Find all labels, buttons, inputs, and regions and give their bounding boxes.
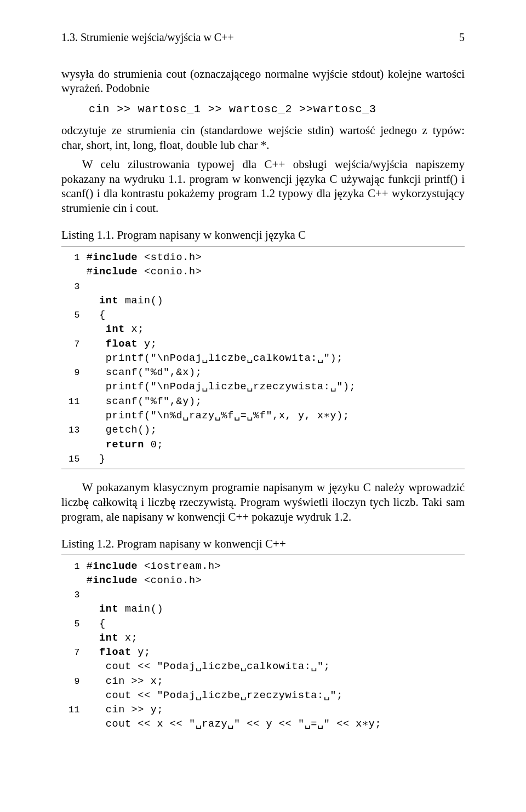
code-line: 0 cout << "Podaj␣liczbe␣rzeczywista:␣"; bbox=[61, 689, 465, 703]
listing-2-caption: Listing 1.2. Program napisany w konwencj… bbox=[61, 537, 465, 551]
keyword: return bbox=[106, 439, 144, 451]
line-number: 1 bbox=[61, 251, 80, 264]
code-line: 1 #include <stdio.h> bbox=[61, 251, 465, 265]
code-line: 7 float y; bbox=[61, 337, 465, 352]
line-number: 9 bbox=[61, 675, 80, 688]
code-line: 0 cout << x << "␣razy␣" << y << "␣=␣" <<… bbox=[61, 717, 465, 732]
code-line: 0 cout << "Podaj␣liczbe␣calkowita:␣"; bbox=[61, 660, 465, 674]
code-line: 5 { bbox=[61, 308, 465, 323]
keyword: include bbox=[93, 575, 138, 586]
keyword: int bbox=[99, 295, 118, 307]
line-number: 5 bbox=[61, 309, 80, 321]
code-line: 5 { bbox=[61, 617, 465, 631]
code-line: 11 cin >> y; bbox=[61, 703, 465, 717]
line-number: 7 bbox=[61, 338, 80, 350]
listing-1-code: 1 #include <stdio.h>0 #include <conio.h>… bbox=[61, 251, 465, 467]
code-line: 0 printf("\nPodaj␣liczbe␣rzeczywista:␣")… bbox=[61, 380, 465, 394]
code-line: 0 return 0; bbox=[61, 438, 465, 452]
line-number: 5 bbox=[61, 618, 80, 630]
line-number: 7 bbox=[61, 646, 80, 659]
line-number: 11 bbox=[61, 704, 80, 716]
paragraph-2: odczytuje ze strumienia cin (standardowe… bbox=[61, 123, 465, 153]
paragraph-4: W pokazanym klasycznym programie napisan… bbox=[61, 480, 465, 525]
listing-1-rule-bottom bbox=[61, 469, 465, 469]
keyword: include bbox=[93, 266, 138, 278]
listing-2-rule-top bbox=[61, 555, 465, 555]
code-line: 0 #include <conio.h> bbox=[61, 574, 465, 588]
code-line: 0 int main() bbox=[61, 294, 465, 308]
line-number: 11 bbox=[61, 395, 80, 408]
line-number: 15 bbox=[61, 453, 80, 465]
paragraph-3: W celu zilustrowania typowej dla C++ obs… bbox=[61, 157, 465, 216]
keyword: include bbox=[93, 252, 138, 263]
code-line: 9 cin >> x; bbox=[61, 675, 465, 689]
keyword: int bbox=[99, 603, 118, 615]
code-line: 0 int x; bbox=[61, 323, 465, 337]
listing-1-caption: Listing 1.1. Program napisany w konwencj… bbox=[61, 228, 465, 243]
paragraph-1: wysyła do strumienia cout (oznaczającego… bbox=[61, 67, 465, 96]
code-line: 9 scanf("%d",&x); bbox=[61, 366, 465, 380]
line-number: 3 bbox=[61, 280, 80, 293]
code-line: 0 #include <conio.h> bbox=[61, 265, 465, 279]
listing-1-rule-top bbox=[61, 246, 465, 246]
keyword: include bbox=[93, 561, 138, 572]
code-line: 7 float y; bbox=[61, 646, 465, 660]
listing-2-code: 1 #include <iostream.h>0 #include <conio… bbox=[61, 560, 465, 732]
line-number: 13 bbox=[61, 424, 80, 436]
line-number: 1 bbox=[61, 560, 80, 573]
line-number: 9 bbox=[61, 366, 80, 379]
code-line: 0 int x; bbox=[61, 631, 465, 646]
keyword: float bbox=[106, 338, 138, 350]
code-line: 0 int main() bbox=[61, 602, 465, 617]
line-number: 3 bbox=[61, 589, 80, 601]
code-line: 0 printf("\nPodaj␣liczbe␣calkowita:␣"); bbox=[61, 352, 465, 366]
code-line: 11 scanf("%f",&y); bbox=[61, 395, 465, 409]
header-section: 1.3. Strumienie wejścia/wyjścia w C++ bbox=[61, 31, 234, 45]
code-line: 3 bbox=[61, 280, 465, 294]
code-line: 13 getch(); bbox=[61, 423, 465, 437]
code-line: 3 bbox=[61, 588, 465, 602]
keyword: float bbox=[99, 647, 132, 658]
code-line: 0 printf("\n%d␣razy␣%f␣=␣%f",x, y, x∗y); bbox=[61, 409, 465, 423]
code-line: 1 #include <iostream.h> bbox=[61, 560, 465, 574]
inline-code-cin: cin >> wartosc_1 >> wartosc_2 >>wartosc_… bbox=[89, 102, 465, 117]
keyword: int bbox=[99, 632, 118, 644]
code-line: 15 } bbox=[61, 452, 465, 467]
keyword: int bbox=[106, 324, 125, 335]
running-header: 1.3. Strumienie wejścia/wyjścia w C++ 5 bbox=[61, 31, 465, 45]
header-page-number: 5 bbox=[459, 31, 465, 45]
